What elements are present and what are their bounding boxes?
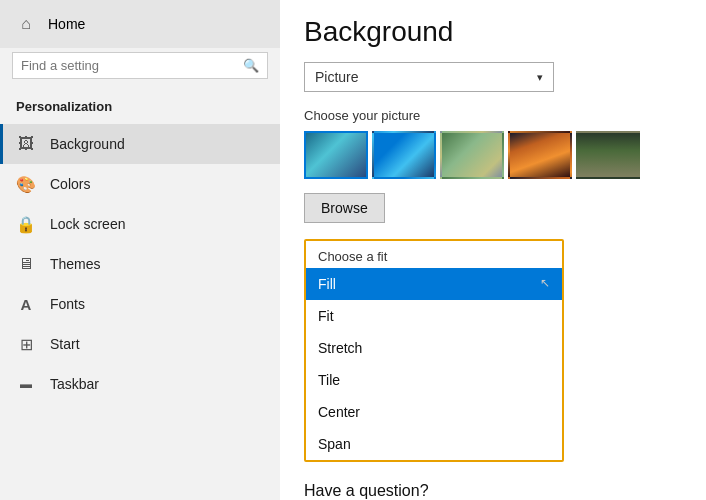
colors-icon: 🎨 [16,174,36,194]
taskbar-icon: ▬ [16,374,36,394]
question-title: Have a question? [304,482,682,500]
sidebar-item-colors[interactable]: 🎨 Colors [0,164,280,204]
themes-icon: 🖥 [16,254,36,274]
picture-thumb-1[interactable] [304,131,368,179]
sidebar-item-label: Start [50,336,80,352]
background-type-dropdown[interactable]: Picture ▾ [304,62,554,92]
fit-option-fit[interactable]: Fit [306,300,562,332]
fonts-icon: A [16,294,36,314]
picture-thumb-5[interactable] [576,131,640,179]
question-section: Have a question? Get help [304,482,682,500]
choose-picture-label: Choose your picture [304,108,682,123]
sidebar-item-label: Fonts [50,296,85,312]
fit-option-span[interactable]: Span [306,428,562,460]
start-icon: ⊞ [16,334,36,354]
chevron-down-icon: ▾ [537,71,543,84]
sidebar-item-taskbar[interactable]: ▬ Taskbar [0,364,280,404]
home-label: Home [48,16,85,32]
sidebar-item-background[interactable]: 🖼 Background [0,124,280,164]
fit-option-center[interactable]: Center [306,396,562,428]
fit-option-tile[interactable]: Tile [306,364,562,396]
fit-section-label: Choose a fit [306,241,562,268]
browse-button[interactable]: Browse [304,193,385,223]
picture-grid [304,131,682,179]
sidebar-item-label: Background [50,136,125,152]
sidebar-item-label: Taskbar [50,376,99,392]
fit-option-fill[interactable]: Fill ↖ [306,268,562,300]
search-icon: 🔍 [243,58,259,73]
main-content: Background Picture ▾ Choose your picture… [280,0,706,500]
picture-thumb-2[interactable] [372,131,436,179]
lock-icon: 🔒 [16,214,36,234]
sidebar-item-label: Colors [50,176,90,192]
sidebar-item-lock-screen[interactable]: 🔒 Lock screen [0,204,280,244]
sidebar-home[interactable]: ⌂ Home [0,0,280,48]
cursor-icon: ↖ [540,276,550,290]
background-icon: 🖼 [16,134,36,154]
sidebar-item-start[interactable]: ⊞ Start [0,324,280,364]
page-title: Background [304,16,682,48]
picture-thumb-4[interactable] [508,131,572,179]
fit-dropdown-container: Choose a fit Fill ↖ Fit Stretch Tile Cen… [304,239,564,462]
home-icon: ⌂ [16,14,36,34]
sidebar-item-label: Themes [50,256,101,272]
sidebar-section-title: Personalization [0,91,280,124]
sidebar-item-fonts[interactable]: A Fonts [0,284,280,324]
fit-option-stretch[interactable]: Stretch [306,332,562,364]
search-input[interactable] [21,58,237,73]
search-box[interactable]: 🔍 [12,52,268,79]
sidebar: ⌂ Home 🔍 Personalization 🖼 Background 🎨 … [0,0,280,500]
picture-thumb-3[interactable] [440,131,504,179]
sidebar-item-themes[interactable]: 🖥 Themes [0,244,280,284]
dropdown-value: Picture [315,69,359,85]
sidebar-item-label: Lock screen [50,216,125,232]
